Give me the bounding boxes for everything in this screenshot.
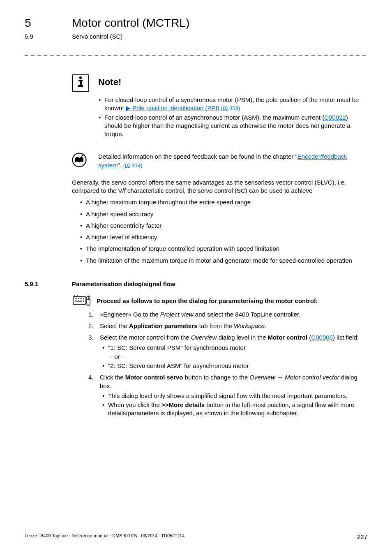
advantages-list: A higher maximum torque throughout the e… xyxy=(80,198,367,265)
step-2-workspace: Workspace xyxy=(234,322,265,329)
proceed-row: Proceed as follows to open the dialog fo… xyxy=(72,295,367,307)
page-footer: Lenze · 8400 TopLine · Reference manual … xyxy=(25,533,367,540)
footer-left: Lenze · 8400 TopLine · Reference manual … xyxy=(25,533,184,540)
step-3-motor-control: Motor control xyxy=(268,334,308,341)
book-icon xyxy=(72,153,87,167)
section-header: 5.9 Servo control (SC) xyxy=(25,33,367,40)
step-1-project-view: Project view xyxy=(160,311,194,318)
subsection-title: Parameterisation dialog/signal flow xyxy=(72,280,175,287)
section-title: Servo control (SC) xyxy=(72,33,122,40)
tip-text-b: ". xyxy=(118,162,122,169)
step-4-more-details: >>More details xyxy=(161,401,205,408)
step-3-b: dialog level in the xyxy=(217,334,267,341)
step-4-arrow: → xyxy=(275,374,285,381)
step-3-sub-2: "2: SC: Servo control ASM" for asynchron… xyxy=(102,362,367,370)
step-4: Click the Motor control servo button to … xyxy=(88,373,367,417)
note-2-text-a: For closed-loop control of an asynchrono… xyxy=(104,114,324,121)
note-1-pageref[interactable]: (🕮 358) xyxy=(219,105,240,111)
step-4-b: button to change to the xyxy=(183,374,250,381)
section-number: 5.9 xyxy=(25,33,72,40)
step-1-b: and select the 8400 TopLine controller. xyxy=(194,311,301,318)
intro-paragraph: Generally, the servo control offers the … xyxy=(72,178,367,195)
step-3-sub-1: "1: SC: Servo control PSM" for synchrono… xyxy=(102,344,367,352)
step-2-a: Select the xyxy=(100,322,129,329)
tip-box: Detailed information on the speed feedba… xyxy=(72,153,367,169)
step-2: Select the Application parameters tab fr… xyxy=(88,322,367,330)
note-item-1: For closed-loop control of a synchronous… xyxy=(99,96,367,113)
tip-text: Detailed information on the speed feedba… xyxy=(98,153,367,169)
step-2-c: . xyxy=(265,322,266,329)
info-icon xyxy=(72,74,89,92)
adv-item-6: The limitation of the maximum torque in … xyxy=(80,257,367,265)
svg-point-0 xyxy=(79,76,82,79)
chapter-number: 5 xyxy=(25,16,72,30)
page-number: 227 xyxy=(357,533,367,540)
pole-position-link[interactable]: Pole position identification (PPI) xyxy=(132,104,219,111)
divider-dashes: _ _ _ _ _ _ _ _ _ _ _ _ _ _ _ _ _ _ _ _ … xyxy=(25,49,367,56)
adv-item-1: A higher maximum torque throughout the e… xyxy=(80,198,367,206)
c00006-link[interactable]: C00006 xyxy=(311,334,333,341)
adv-item-2: A higher speed accuracy xyxy=(80,210,367,218)
note-label: Note! xyxy=(98,77,121,88)
subsection-header: 5.9.1 Parameterisation dialog/signal flo… xyxy=(25,280,367,287)
adv-item-5: The implementation of torque-controlled … xyxy=(80,245,367,253)
proceed-heading: Proceed as follows to open the dialog fo… xyxy=(97,297,318,304)
note-1-chevron: ▶ xyxy=(126,104,132,111)
step-3-overview: Overview xyxy=(191,334,217,341)
step-1: »Engineer« Go to the Project view and se… xyxy=(88,310,367,319)
step-2-b: tab from the xyxy=(198,322,234,329)
steps-list: »Engineer« Go to the Project view and se… xyxy=(88,310,367,418)
step-3-a: Select the motor control from the xyxy=(100,334,191,341)
keyboard-mouse-icon xyxy=(72,295,92,307)
step-4-sub-1: This dialog level only shows a simplifie… xyxy=(102,392,367,400)
step-1-a: »Engineer« Go to the xyxy=(100,311,160,318)
step-3-or: - or - xyxy=(102,353,367,361)
adv-item-4: A higher level of efficiency xyxy=(80,233,367,241)
step-4-overview: Overview xyxy=(249,374,275,381)
step-4-a: Click the xyxy=(100,374,125,381)
note-list: For closed-loop control of a synchronous… xyxy=(99,96,367,138)
chapter-title: Motor control (MCTRL) xyxy=(72,16,189,30)
step-4-sub-2: When you click the >>More details button… xyxy=(102,401,367,418)
step-4-mcv: Motor control vector xyxy=(285,374,339,381)
step-3-d: ) list field: xyxy=(333,334,359,341)
note-box: Note! xyxy=(72,74,367,92)
adv-item-3: A higher concentricity factor xyxy=(80,222,367,230)
step-3-c: ( xyxy=(307,334,311,341)
svg-point-5 xyxy=(83,154,84,155)
note-item-2: For closed-loop control of an asynchrono… xyxy=(99,113,367,139)
subsection-number: 5.9.1 xyxy=(25,280,72,287)
step-3: Select the motor control from the Overvi… xyxy=(88,333,367,370)
tip-text-a: Detailed information on the speed feedba… xyxy=(98,153,297,160)
svg-rect-2 xyxy=(80,80,82,85)
step-4-motor-servo: Motor control servo xyxy=(125,374,183,381)
tip-pageref[interactable]: (🕮 314) xyxy=(122,162,143,169)
c00022-link[interactable]: C00022 xyxy=(324,114,346,121)
chapter-header: 5 Motor control (MCTRL) xyxy=(25,16,367,30)
svg-rect-3 xyxy=(78,85,83,87)
step-2-app-params: Application parameters xyxy=(129,322,198,329)
step-4-sub2-a: When you click the xyxy=(108,401,161,408)
